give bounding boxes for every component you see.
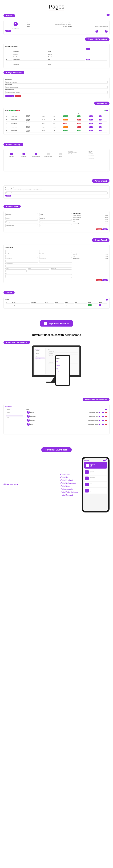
cp-cat[interactable] (5, 270, 27, 272)
delivery-icon (85, 476, 89, 480)
add-ticket[interactable]: + (106, 299, 108, 301)
save-pw-button[interactable]: Save Change (5, 95, 15, 97)
old-pw-label: Old Password (5, 79, 108, 80)
cp-cname[interactable] (5, 260, 38, 262)
clone-save[interactable]: Save (103, 228, 108, 230)
user-edit[interactable]: ✎ (102, 424, 104, 425)
clone-phone[interactable] (5, 217, 38, 220)
confirm-pw-input[interactable] (5, 91, 108, 94)
clone-cod[interactable] (39, 224, 72, 227)
user-del[interactable]: ✕ (105, 415, 107, 417)
clone-merchant[interactable] (5, 213, 38, 216)
profile-email: admin@gmail.com (5, 28, 26, 29)
filter-1[interactable]: All (9, 110, 12, 111)
user-del[interactable]: ✕ (105, 420, 107, 421)
new-pw-input[interactable] (5, 86, 108, 89)
clone-header: Parcel Clone (3, 205, 21, 208)
import-button[interactable]: Import (5, 195, 11, 196)
ticket-row: 1admin@gmail.comSupportDeliveryIssueHigh… (6, 304, 107, 306)
table-row: 5WC12345682Tom Hank0125491Shop D৳ 650Del… (6, 129, 107, 132)
tracking-steps: ✓Parcel Create ✓Pickup Assign ✓Received … (5, 151, 67, 159)
user-toggle[interactable] (98, 424, 101, 425)
cp-save[interactable]: Save (103, 279, 108, 281)
ticket-header: Ticket (3, 291, 15, 294)
status-btn[interactable]: Active (5, 30, 11, 32)
user-row: 2Branch Managerbranch@gmail.comBranch✎✕ (26, 414, 107, 418)
dashboard-list: Total Parcel Total User Total Merchant T… (60, 473, 78, 496)
parcel-icon (86, 464, 89, 467)
clone-shop[interactable] (39, 213, 72, 216)
parcellist-header: Parcel List (94, 101, 110, 105)
users-content: Users + 1Admin Useradmin@gmail.comAdmin✎… (25, 408, 108, 432)
clone-cancel[interactable]: Cancel (96, 228, 102, 230)
cp-dtype[interactable] (51, 270, 72, 272)
clone-cat[interactable] (5, 220, 38, 223)
user-toggle[interactable] (98, 415, 101, 417)
user-edit[interactable]: ✎ (102, 420, 104, 421)
import-parcel[interactable]: ↑ (106, 110, 108, 111)
user-edit[interactable]: ✎ (102, 415, 104, 417)
action-btn[interactable]: ⋮ (99, 119, 102, 121)
addr-label: Address (68, 26, 72, 27)
parcel-title: Parcel (5, 110, 9, 111)
users-sidebar: Dashboard Branch Merchant Parcel Users S… (5, 408, 24, 432)
import-panel: Parcels import Download sample and get u… (3, 185, 110, 198)
file-input[interactable] (5, 191, 108, 194)
users-perm-panel: WeCourier Dashboard Branch Merchant Parc… (3, 404, 110, 434)
create-header: Create Parcel (92, 238, 110, 242)
users-add[interactable]: + (105, 409, 107, 410)
view-btn[interactable]: View (89, 119, 93, 121)
user-row: 4Accountsaccounts@gmail.comAccounts✎✕ (26, 422, 107, 426)
cp-note[interactable] (5, 274, 72, 278)
view-btn[interactable]: View (89, 126, 93, 128)
cp-cphone[interactable] (39, 260, 72, 262)
filter-3[interactable]: Export (16, 110, 20, 111)
cp-phone[interactable] (5, 255, 38, 258)
step-icon: ✓ (35, 153, 37, 155)
user-toggle[interactable] (98, 412, 101, 413)
action-btn[interactable]: ⋮ (99, 130, 102, 131)
features-badge: Important Features (40, 320, 73, 327)
filter-2[interactable]: Active (12, 110, 16, 111)
mini-avatar-2 (105, 30, 108, 33)
main-heading: Pages (0, 3, 113, 10)
clone-weight[interactable] (39, 220, 72, 223)
view-btn[interactable]: View (89, 130, 93, 131)
old-pw-input[interactable] (5, 81, 108, 84)
user-del[interactable]: ✕ (105, 412, 107, 413)
user-del[interactable]: ✕ (105, 424, 107, 425)
cp-shop[interactable] (39, 250, 72, 253)
ticket-title: Ticket (5, 299, 9, 300)
user-edit[interactable]: ✎ (102, 412, 104, 413)
step-icon: 4 (47, 153, 50, 155)
merchant-icon (85, 470, 89, 474)
phone-value: 0125487 (63, 26, 66, 27)
cp-addr[interactable] (39, 255, 72, 258)
clone-type[interactable] (5, 224, 38, 227)
clone-addr[interactable] (39, 217, 72, 220)
edit-badge[interactable]: Edit (107, 14, 110, 16)
action-btn[interactable]: ⋮ (99, 116, 102, 117)
action-btn[interactable]: ⋮ (99, 126, 102, 128)
action-btn[interactable]: ⋮ (99, 123, 102, 124)
import-header: Parcel Import (92, 179, 110, 183)
cancel-pw-button[interactable]: Cancel (15, 95, 21, 97)
dashboard-phone: WeCourier 🔔 Total Parcel 21 Total Mercha… (82, 457, 110, 513)
nid-label: NID (68, 22, 70, 24)
tracking-header: Parcel Tracking (3, 143, 23, 146)
clone-panel: Charge Details Cash Collection৳0.00 Deli… (3, 211, 110, 232)
charge-title2: Charge Details (73, 248, 108, 249)
add-parcel[interactable]: + (104, 110, 106, 111)
addr-value: Mirpur, Dhaka, Bangladesh (95, 26, 108, 27)
view-btn[interactable]: View (89, 123, 93, 124)
cp-merchant[interactable] (5, 250, 38, 253)
cp-caddr[interactable] (5, 265, 72, 268)
table-row: 2WC12345679Jane Roe0125488Shop B৳ 750Pen… (6, 118, 107, 122)
cp-weight[interactable] (28, 270, 49, 272)
ticket-action[interactable]: ⋮ (99, 304, 101, 306)
confirm-pw-label: Confirm Password (5, 89, 108, 90)
user-toggle[interactable] (98, 420, 101, 421)
cp-cancel[interactable]: Cancel (96, 279, 102, 281)
admin-view-label: Admin can view (3, 483, 57, 485)
view-btn[interactable]: View (89, 116, 93, 117)
